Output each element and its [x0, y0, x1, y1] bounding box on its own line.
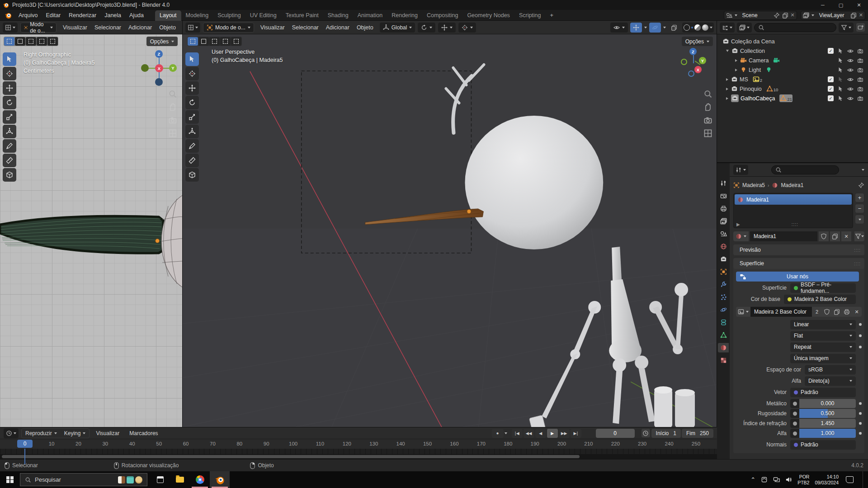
- playback-button[interactable]: ◀◀: [524, 429, 534, 438]
- copy-icon[interactable]: [850, 12, 857, 19]
- tool-scale[interactable]: [185, 110, 199, 124]
- gizmo-z-neg-axis[interactable]: [688, 70, 694, 77]
- search-highlight-book-icon[interactable]: [118, 476, 125, 483]
- vector-field[interactable]: Padrão: [790, 388, 856, 397]
- source-dropdown[interactable]: Única imagem: [790, 354, 856, 363]
- zoom-icon[interactable]: [703, 89, 712, 99]
- tab-material[interactable]: [718, 343, 729, 352]
- new-collection-button[interactable]: [856, 23, 865, 32]
- viewport-menu-item[interactable]: Selecionar: [288, 23, 322, 32]
- selectable-icon[interactable]: [837, 67, 844, 73]
- tray-chevron-up[interactable]: ⌃: [750, 476, 755, 483]
- tool-scale[interactable]: [3, 110, 16, 124]
- tab-tool[interactable]: [718, 178, 729, 188]
- unlink-icon[interactable]: ✕: [791, 12, 795, 18]
- playback-button[interactable]: ▶▶: [559, 429, 570, 438]
- navigation-gizmo[interactable]: Z Y X: [141, 50, 177, 86]
- viewport-left-canvas[interactable]: Opções Right Orthographic (0) GalhoCabeç…: [0, 34, 182, 427]
- shading-wireframe[interactable]: [684, 24, 690, 31]
- material-name-field[interactable]: Madeira1: [750, 231, 817, 241]
- maximize-button[interactable]: ▢: [832, 0, 850, 10]
- preview-panel-header[interactable]: Previsão ::::: [733, 244, 864, 255]
- tool-annotate[interactable]: [3, 139, 16, 153]
- camera-view-icon[interactable]: [703, 116, 712, 125]
- tool-rotate[interactable]: [185, 96, 199, 109]
- menu-item[interactable]: Ajuda: [125, 11, 148, 20]
- frame-end-field[interactable]: Fim 250: [682, 429, 713, 438]
- value-slider[interactable]: 0.500: [799, 409, 856, 418]
- playback-button[interactable]: ◀: [535, 429, 546, 438]
- tool-measure[interactable]: [185, 154, 199, 167]
- workspace-tab[interactable]: Scripting: [514, 10, 546, 21]
- new-image-button[interactable]: [832, 307, 842, 317]
- unlink-material-button[interactable]: ✕: [841, 231, 851, 241]
- tool-move[interactable]: [185, 81, 199, 95]
- select-mode-lasso[interactable]: [37, 37, 47, 46]
- decorate-button[interactable]: [790, 419, 799, 428]
- minimize-button[interactable]: ─: [814, 0, 832, 10]
- hide-render-icon[interactable]: [857, 86, 863, 92]
- task-view-button[interactable]: [150, 471, 170, 488]
- slot-specials-button[interactable]: [855, 215, 864, 224]
- selectable-icon[interactable]: [837, 76, 844, 83]
- surface-shader-field[interactable]: BSDF – Pré-fundamen...: [790, 283, 856, 293]
- outliner-row-scene-collection[interactable]: Coleção da Cena: [719, 37, 866, 46]
- outliner-row-light[interactable]: Light: [719, 65, 866, 75]
- value-slider[interactable]: 0.000: [799, 399, 856, 408]
- select-mode-tweak[interactable]: [188, 37, 198, 46]
- playback-button[interactable]: ▶: [547, 429, 558, 438]
- menu-item[interactable]: Editar: [42, 11, 65, 20]
- expand-icon[interactable]: [726, 97, 728, 100]
- tab-constraints[interactable]: [718, 318, 729, 327]
- navigation-gizmo[interactable]: Z Y X: [678, 47, 710, 79]
- options-dropdown[interactable]: Opções: [682, 37, 713, 46]
- surface-panel-header[interactable]: Superfície ::::: [733, 258, 864, 269]
- expand-icon[interactable]: [735, 59, 737, 62]
- viewport-menu-item[interactable]: Adicionar: [322, 23, 353, 32]
- expand-icon[interactable]: [735, 69, 737, 71]
- toggle-ortho-icon[interactable]: [703, 129, 712, 138]
- exclude-checkbox[interactable]: ✓: [828, 86, 834, 92]
- blender-taskbar-button[interactable]: [210, 471, 230, 488]
- hide-render-icon[interactable]: [857, 57, 863, 64]
- tool-transform[interactable]: [185, 125, 199, 138]
- menu-item[interactable]: Janela: [100, 11, 125, 20]
- tab-render[interactable]: [718, 191, 729, 201]
- playback-button[interactable]: ▶|: [571, 429, 581, 438]
- volume-icon[interactable]: [785, 476, 792, 483]
- search-highlight-suitcase-icon[interactable]: [127, 476, 134, 483]
- select-mode-lasso[interactable]: [220, 37, 231, 46]
- tab-collection[interactable]: [718, 254, 729, 264]
- tool-annotate[interactable]: [185, 139, 199, 153]
- editor-type-button[interactable]: [720, 23, 735, 33]
- viewport-menu-item[interactable]: Selecionar: [91, 23, 125, 32]
- current-frame-field[interactable]: 0: [596, 429, 635, 438]
- select-mode-paint[interactable]: [47, 37, 58, 46]
- editor-type-button[interactable]: [3, 23, 18, 33]
- decorate-button[interactable]: [790, 409, 799, 418]
- start-button[interactable]: [0, 471, 20, 488]
- gizmo-y-neg-axis[interactable]: [141, 64, 149, 72]
- viewport-menu-item[interactable]: Visualizar: [59, 23, 91, 32]
- viewport-menu-item[interactable]: Adicionar: [125, 23, 156, 32]
- animate-dot[interactable]: [859, 334, 862, 337]
- pin-icon[interactable]: [774, 12, 780, 19]
- tab-viewlayer[interactable]: [718, 216, 729, 226]
- decorate-button[interactable]: [790, 399, 799, 408]
- tool-select[interactable]: [3, 52, 16, 66]
- tablet-mode-icon[interactable]: [761, 476, 768, 483]
- options-chevron[interactable]: [862, 169, 864, 171]
- viewport-main-canvas[interactable]: Opções User Perspective (0) GalhoCabeça …: [183, 34, 717, 427]
- shading-material[interactable]: [694, 24, 701, 31]
- extension-dropdown[interactable]: Repeat: [790, 343, 856, 352]
- pan-hand-icon[interactable]: [168, 103, 177, 112]
- tool-move[interactable]: [3, 81, 16, 95]
- interpolation-dropdown[interactable]: Linear: [790, 320, 856, 329]
- gizmo-z-axis[interactable]: Z: [155, 50, 163, 58]
- material-slot-selected[interactable]: Madeira1: [735, 194, 852, 205]
- workspace-tab[interactable]: Layout: [155, 10, 181, 21]
- hide-viewport-icon[interactable]: [847, 95, 854, 102]
- chrome-button[interactable]: [190, 471, 210, 488]
- tab-particles[interactable]: [718, 292, 729, 302]
- breadcrumb-object[interactable]: Madeira5: [742, 182, 765, 188]
